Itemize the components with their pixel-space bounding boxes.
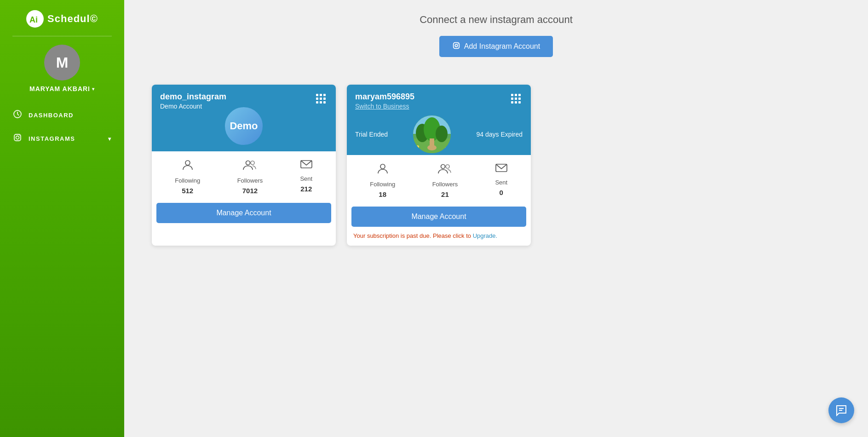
card-stats-maryam: Following 18 Followers 21 — [347, 155, 531, 203]
card-avatar-demo: Demo — [223, 105, 264, 147]
sidebar-divider — [12, 36, 112, 36]
stat-following-maryam: Following 18 — [370, 162, 395, 198]
card-menu-dots-maryam[interactable] — [509, 92, 523, 105]
manage-account-button-maryam[interactable]: Manage Account — [351, 207, 526, 227]
stat-following-demo: Following 512 — [175, 159, 200, 195]
trial-ended-badge: Trial Ended — [355, 131, 388, 138]
svg-rect-5 — [453, 43, 459, 49]
svg-point-22 — [380, 164, 385, 169]
svg-point-10 — [251, 161, 254, 165]
stat-sent-demo: Sent 212 — [300, 159, 313, 195]
svg-point-9 — [246, 161, 250, 165]
dashboard-label: DASHBOARD — [29, 112, 74, 119]
sidebar-nav: DASHBOARD INSTAGRAMS ▾ — [0, 104, 124, 150]
instagram-icon — [13, 133, 22, 144]
instagram-add-icon — [452, 41, 460, 52]
svg-point-17 — [436, 126, 448, 142]
sidebar-logo: Ai Schedul© — [26, 0, 98, 36]
expired-badge: 94 days Expired — [477, 131, 523, 138]
avatar: M — [44, 45, 80, 80]
card-header-maryam: maryam596895 Switch to Business Trial En… — [347, 85, 531, 155]
stat-followers-demo: Followers 7012 — [237, 159, 263, 195]
card-account-sub-demo: Demo Account — [160, 103, 226, 110]
following-value-maryam: 18 — [379, 190, 386, 198]
sidebar: Ai Schedul© M MARYAM AKBARI ▾ DASHBOARD — [0, 0, 124, 437]
logo-text: Schedul© — [47, 13, 98, 25]
card-account-name-demo: demo_instagram — [160, 92, 226, 102]
card-avatar-wrapper-demo: Demo — [160, 105, 328, 151]
sent-label-maryam: Sent — [495, 179, 507, 186]
add-btn-wrapper: Add Instagram Account — [143, 36, 850, 71]
svg-point-8 — [185, 161, 190, 165]
card-stats-demo: Following 512 Followers 7012 — [152, 151, 336, 199]
card-header-demo: demo_instagram Demo Account Demo — [152, 85, 336, 151]
card-menu-dots-demo[interactable] — [314, 92, 328, 105]
svg-point-20 — [416, 145, 419, 148]
followers-label-demo: Followers — [237, 177, 263, 184]
main-content: Connect a new instagram account Add Inst… — [124, 0, 868, 437]
svg-point-7 — [458, 43, 459, 44]
card-header-top-maryam: maryam596895 Switch to Business — [355, 92, 523, 110]
subscription-warning: Your subscription is past due. Please cl… — [347, 232, 531, 246]
mail-icon-maryam — [495, 162, 508, 176]
svg-point-23 — [441, 165, 445, 169]
following-label-maryam: Following — [370, 181, 395, 188]
instagrams-label: INSTAGRAMS — [29, 135, 75, 142]
svg-point-21 — [445, 147, 448, 150]
card-account-info-maryam: maryam596895 Switch to Business — [355, 92, 414, 110]
account-card-maryam: maryam596895 Switch to Business Trial En… — [347, 85, 531, 246]
card-avatar-maryam — [411, 114, 453, 155]
upgrade-link[interactable]: Upgrade. — [473, 232, 497, 239]
username-caret: ▾ — [92, 86, 95, 92]
account-card-demo: demo_instagram Demo Account Demo — [152, 85, 336, 246]
svg-point-6 — [455, 44, 457, 46]
card-account-info-demo: demo_instagram Demo Account — [160, 92, 226, 110]
instagrams-arrow: ▾ — [108, 136, 112, 142]
person-icon-maryam — [376, 162, 389, 178]
chat-button[interactable] — [828, 397, 854, 423]
cards-row: demo_instagram Demo Account Demo — [143, 85, 850, 246]
sent-value-demo: 212 — [300, 185, 312, 193]
svg-point-3 — [16, 136, 19, 139]
svg-text:Ai: Ai — [29, 15, 38, 24]
page-title: Connect a new instagram account — [143, 14, 850, 26]
followers-value-maryam: 21 — [441, 190, 449, 198]
following-label-demo: Following — [175, 177, 200, 184]
manage-account-button-demo[interactable]: Manage Account — [156, 203, 331, 223]
followers-label-maryam: Followers — [432, 181, 458, 188]
add-instagram-account-button[interactable]: Add Instagram Account — [439, 36, 553, 57]
card-trial-row: Trial Ended — [355, 110, 523, 155]
svg-rect-19 — [430, 138, 434, 149]
card-account-name-maryam: maryam596895 — [355, 92, 414, 102]
sidebar-item-instagrams[interactable]: INSTAGRAMS ▾ — [0, 127, 124, 150]
sidebar-username[interactable]: MARYAM AKBARI ▾ — [29, 85, 95, 92]
persons-icon-demo — [242, 159, 257, 174]
sidebar-item-dashboard[interactable]: DASHBOARD — [0, 104, 124, 127]
logo-icon: Ai — [26, 10, 44, 28]
persons-icon-maryam — [437, 162, 452, 178]
sent-value-maryam: 0 — [500, 189, 503, 196]
person-icon-demo — [181, 159, 194, 174]
following-value-demo: 512 — [182, 187, 193, 195]
svg-point-4 — [19, 135, 20, 136]
mail-icon-demo — [300, 159, 313, 172]
clock-icon — [13, 109, 22, 121]
followers-value-demo: 7012 — [242, 187, 258, 195]
svg-point-24 — [446, 165, 449, 168]
sent-label-demo: Sent — [300, 175, 312, 182]
stat-sent-maryam: Sent 0 — [495, 162, 508, 198]
stat-followers-maryam: Followers 21 — [432, 162, 458, 198]
switch-to-business-link[interactable]: Switch to Business — [355, 103, 414, 110]
